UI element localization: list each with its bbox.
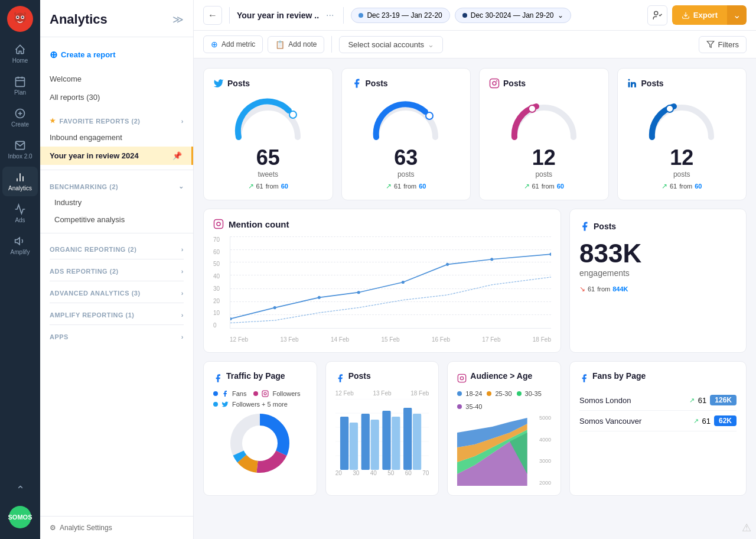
sidebar-item-ads[interactable]: Ads (2, 199, 38, 228)
linkedin-posts-unit: posts (673, 170, 690, 178)
add-note-button[interactable]: 📋 Add note (268, 36, 324, 53)
icon-rail: Home Plan Create Inbox 2.0 Analytics Ads… (0, 0, 40, 539)
rail-create-label: Create (11, 121, 29, 128)
analytic-settings-button[interactable]: ⚙ Analytic Settings (40, 516, 193, 539)
sidebar-item-inbox[interactable]: Inbox 2.0 (2, 135, 38, 164)
advanced-analytics-section[interactable]: ADVANCED ANALYTICS (3) › (40, 284, 193, 300)
svg-point-32 (273, 306, 276, 309)
down-arrow-icon: ↘ (579, 285, 585, 293)
organic-reporting-section[interactable]: ORGANIC REPORTING (2) › (40, 240, 193, 256)
favorite-reports-section[interactable]: ★ FAVORITE REPORTS (2) › (40, 111, 193, 128)
sidebar-item-create[interactable]: Create (2, 103, 38, 132)
twitter-from-link[interactable]: 60 (281, 183, 288, 190)
age-30-dot (517, 391, 522, 396)
svg-point-35 (402, 281, 405, 284)
svg-point-40 (264, 392, 266, 395)
industry-label: Industry (54, 198, 82, 207)
svg-point-38 (549, 253, 551, 256)
svg-point-25 (529, 105, 536, 112)
facebook-from-link[interactable]: 60 (419, 183, 426, 190)
rail-plan-label: Plan (14, 89, 26, 96)
twitter-gauge (230, 96, 307, 143)
alert-triangle-icon: ⚠ (742, 521, 751, 534)
add-metric-button[interactable]: ⊕ Add metric (203, 35, 263, 53)
amplify-reporting-section[interactable]: AMPLIFY REPORTING (1) › (40, 306, 193, 322)
age-18-dot (457, 391, 462, 396)
sidebar-item-inbound[interactable]: Inbound engagement (40, 128, 193, 147)
filters-button[interactable]: Filters (699, 36, 747, 53)
select-accounts-label: Select social accounts (348, 40, 424, 49)
fans-title: Fans by Page (592, 371, 646, 381)
date-range-2[interactable]: Dec 30-2024 — Jan 29-20 ⌄ (455, 8, 571, 23)
actionbar: ⊕ Add metric 📋 Add note Select social ac… (194, 31, 756, 59)
svg-point-20 (289, 111, 296, 118)
back-button[interactable]: ← (203, 6, 222, 25)
posts-mini-title: Posts (348, 371, 371, 381)
linkedin-from-val: 61 (670, 183, 677, 190)
traffic-legend-fans: Fans (232, 390, 246, 397)
chevron-right-icon-ads: › (181, 268, 184, 275)
report-title: Your year in review .. (237, 11, 319, 20)
fans-by-page-card: Fans by Page Somos London ↗ 61 126K Somo… (569, 361, 747, 496)
sidebar-item-amplify[interactable]: Amplify (2, 230, 38, 260)
main-content: ← Your year in review .. ··· Dec 23-19 —… (194, 0, 756, 539)
gear-icon: ⚙ (50, 524, 56, 532)
more-options-button[interactable]: ··· (324, 10, 336, 21)
amplify-label: AMPLIFY REPORTING (1) (50, 311, 135, 319)
linkedin-posts-card: Posts 12 posts ↗ 61 from 60 (617, 68, 747, 200)
sidebar-collapse-button[interactable]: ≫ (172, 13, 184, 26)
create-report-button[interactable]: ⊕ Create a report (40, 44, 193, 65)
sidebar-title: Analytics (50, 12, 107, 27)
sidebar-item-competitive[interactable]: Competitive analysis (40, 211, 193, 228)
svg-rect-56 (392, 417, 400, 470)
chevron-right-icon: › (181, 118, 184, 125)
tw-dot (213, 402, 218, 407)
user-avatar[interactable]: SOMOS (9, 506, 31, 528)
user-compare-button[interactable] (647, 5, 667, 25)
sidebar-item-home[interactable]: Home (2, 39, 38, 69)
filters-label: Filters (718, 40, 739, 49)
sidebar-item-welcome[interactable]: Welcome (40, 70, 193, 88)
instagram-from-link[interactable]: 60 (557, 183, 564, 190)
linkedin-from-link[interactable]: 60 (695, 183, 702, 190)
svg-rect-57 (403, 408, 412, 470)
instagram-gauge (506, 96, 582, 143)
svg-point-28 (666, 105, 673, 112)
date-range-1[interactable]: Dec 23-19 — Jan 22-20 (351, 8, 449, 23)
facebook-from-val: 61 (394, 183, 401, 190)
apps-label: APPS (50, 333, 69, 340)
export-button[interactable]: Export (672, 5, 727, 25)
linkedin-posts-value: 12 (670, 145, 693, 170)
chevron-down-icon-export: ⌄ (733, 10, 741, 20)
rail-analytics-label: Analytics (8, 185, 32, 191)
sidebar-item-plan[interactable]: Plan (2, 71, 38, 100)
sidebar-item-industry[interactable]: Industry (40, 194, 193, 211)
export-dropdown-button[interactable]: ⌄ (727, 5, 747, 25)
fans-london-name: Somos London (579, 396, 631, 405)
svg-point-24 (497, 81, 497, 82)
facebook-posts-card: Posts 63 posts ↗ 61 from 60 (341, 68, 471, 200)
apps-section[interactable]: APPS › (40, 327, 193, 344)
welcome-label: Welcome (50, 74, 82, 83)
plus-icon-metric: ⊕ (211, 40, 218, 49)
svg-point-3 (17, 17, 18, 18)
select-accounts-button[interactable]: Select social accounts ⌄ (339, 36, 443, 53)
ig-dot (253, 391, 258, 396)
ads-reporting-section[interactable]: ADS REPORTING (2) › (40, 262, 193, 278)
age-35-dot (457, 404, 462, 409)
back-arrow-icon: ← (208, 10, 217, 21)
app-logo[interactable] (7, 6, 33, 32)
facebook-posts-footer: ↗ 61 from 60 (386, 182, 426, 190)
svg-marker-19 (707, 41, 714, 48)
benchmarking-section[interactable]: BENCHMARKING (2) ⌄ (40, 177, 193, 194)
actionbar-separator (331, 36, 332, 53)
sidebar-item-all-reports[interactable]: All reports (30) (40, 88, 193, 106)
twitter-posts-card: Posts 65 tweets ↗ 61 from 60 (203, 68, 333, 200)
engagement-from-link[interactable]: 844K (612, 285, 628, 293)
engagement-value: 833K (579, 239, 737, 268)
sidebar-item-year-review[interactable]: Your year in review 2024 📌 (40, 147, 193, 165)
collapse-rail-button[interactable]: ⌃ (16, 483, 25, 496)
sidebar-item-analytics[interactable]: Analytics (2, 167, 38, 196)
engagement-from-val: 61 (588, 285, 595, 293)
instagram-posts-footer: ↗ 61 from 60 (524, 182, 565, 190)
